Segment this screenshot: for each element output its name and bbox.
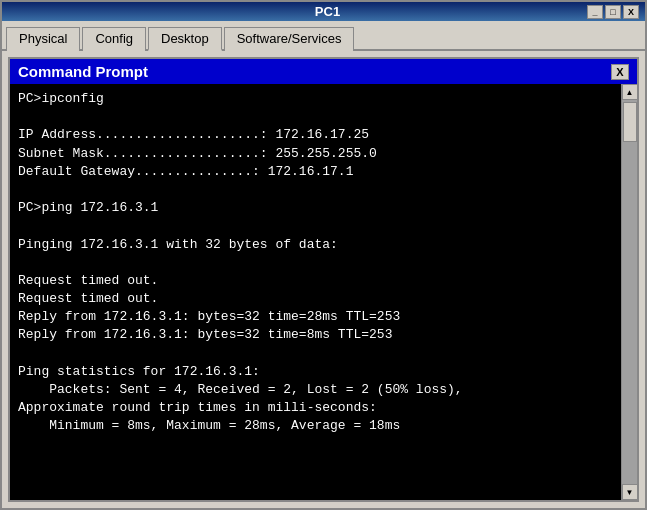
window-title: PC1	[68, 4, 587, 19]
tab-config[interactable]: Config	[82, 27, 146, 51]
title-bar: PC1 _ □ X	[2, 2, 645, 21]
minimize-button[interactable]: _	[587, 5, 603, 19]
scrollbar: ▲ ▼	[621, 84, 637, 500]
close-window-button[interactable]: X	[623, 5, 639, 19]
window-controls: _ □ X	[587, 5, 639, 19]
terminal-wrapper: PC>ipconfig IP Address..................…	[10, 84, 637, 500]
cmd-title: Command Prompt	[18, 63, 148, 80]
desktop-content: Command Prompt X PC>ipconfig IP Address.…	[2, 51, 645, 508]
cmd-title-bar: Command Prompt X	[10, 59, 637, 84]
command-prompt-window: Command Prompt X PC>ipconfig IP Address.…	[8, 57, 639, 502]
cmd-close-button[interactable]: X	[611, 64, 629, 80]
main-window: PC1 _ □ X Physical Config Desktop Softwa…	[0, 0, 647, 510]
tab-desktop[interactable]: Desktop	[148, 27, 222, 51]
tab-software-services[interactable]: Software/Services	[224, 27, 355, 51]
scroll-down-button[interactable]: ▼	[622, 484, 638, 500]
tab-bar: Physical Config Desktop Software/Service…	[2, 21, 645, 51]
scroll-track	[622, 100, 637, 484]
terminal-output[interactable]: PC>ipconfig IP Address..................…	[10, 84, 621, 500]
maximize-button[interactable]: □	[605, 5, 621, 19]
tab-physical[interactable]: Physical	[6, 27, 80, 51]
scroll-up-button[interactable]: ▲	[622, 84, 638, 100]
scroll-thumb[interactable]	[623, 102, 637, 142]
